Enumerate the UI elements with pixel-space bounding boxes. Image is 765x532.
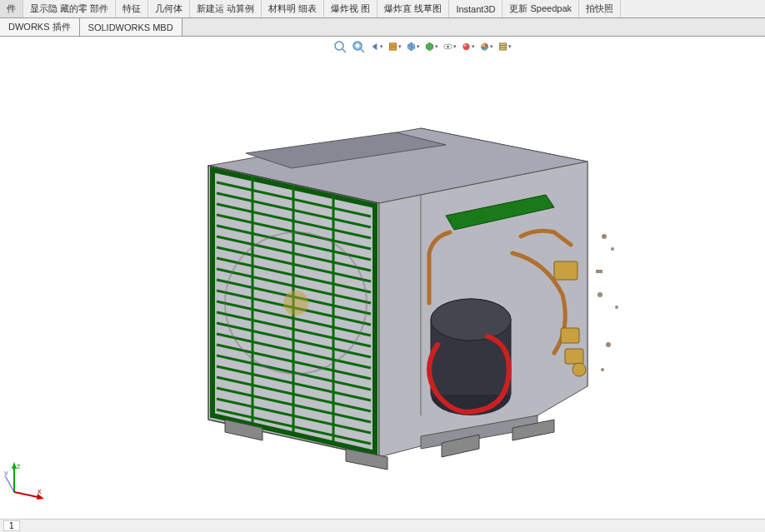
svg-line-4 (361, 49, 364, 52)
svg-line-61 (6, 477, 14, 492)
svg-point-45 (431, 299, 511, 341)
axis-y-label: y (4, 469, 8, 477)
svg-point-0 (335, 42, 343, 50)
zoom-fit-icon[interactable] (333, 40, 347, 53)
ribbon-item-features[interactable]: 特征 (116, 0, 148, 17)
svg-point-55 (601, 368, 604, 371)
svg-rect-46 (561, 328, 579, 343)
previous-view-icon[interactable] (370, 40, 383, 53)
svg-rect-47 (565, 349, 583, 364)
section-view-icon[interactable] (388, 40, 402, 53)
view-settings-icon[interactable] (498, 40, 512, 53)
svg-rect-48 (554, 261, 578, 280)
ribbon-item-geometry[interactable]: 几何体 (148, 0, 190, 17)
ribbon-item-snapshot[interactable]: 拍快照 (579, 0, 621, 17)
svg-rect-3 (355, 43, 360, 48)
svg-point-10 (447, 46, 449, 48)
ribbon-item-bom[interactable]: 材料明 细表 (262, 0, 324, 17)
ribbon-item-part[interactable]: 件 (0, 0, 23, 17)
ribbon-toolbar: 件 显示隐 藏的零 部件 特征 几何体 新建运 动算例 材料明 细表 爆炸视 图… (0, 0, 765, 18)
svg-point-52 (598, 292, 602, 297)
ribbon-item-explode-line-sketch[interactable]: 爆炸直 线草图 (378, 0, 449, 17)
svg-point-51 (611, 247, 614, 251)
svg-point-53 (615, 306, 618, 309)
svg-point-50 (602, 234, 607, 239)
heads-up-view-toolbar (333, 40, 512, 53)
axis-z-label: z (17, 462, 21, 470)
command-tabs: DWORKS 插件 SOLIDWORKS MBD (0, 18, 765, 37)
svg-rect-14 (499, 43, 506, 50)
ribbon-item-speedpak[interactable]: 更新 Speedpak (502, 0, 579, 17)
svg-point-54 (606, 342, 611, 347)
status-bar: 1 (0, 519, 765, 532)
status-sheet-tab[interactable]: 1 (3, 520, 20, 531)
tab-solidworks-mbd[interactable]: SOLIDWORKS MBD (80, 18, 182, 36)
display-style-icon[interactable] (425, 40, 438, 53)
ribbon-item-instant3d[interactable]: Instant3D (449, 0, 502, 17)
axis-x-label: x (38, 487, 42, 495)
svg-rect-56 (596, 270, 602, 273)
edit-appearance-icon[interactable] (462, 40, 475, 53)
view-orientation-icon[interactable] (407, 40, 420, 53)
svg-point-49 (572, 363, 586, 376)
model-3d-assembly (146, 87, 662, 503)
svg-point-43 (283, 291, 308, 316)
svg-point-11 (462, 43, 469, 50)
graphics-viewport[interactable]: z x y (0, 37, 765, 519)
hide-show-icon[interactable] (443, 40, 457, 53)
zoom-area-icon[interactable] (352, 40, 365, 53)
ribbon-item-motion-study[interactable]: 新建运 动算例 (190, 0, 262, 17)
coordinate-triad[interactable]: z x y (4, 460, 46, 502)
ribbon-item-show-hide[interactable]: 显示隐 藏的零 部件 (23, 0, 116, 17)
tab-solidworks-addins[interactable]: DWORKS 插件 (0, 18, 80, 36)
apply-scene-icon[interactable] (480, 40, 493, 53)
svg-point-12 (464, 44, 467, 47)
ribbon-item-exploded-view[interactable]: 爆炸视 图 (324, 0, 378, 17)
svg-line-1 (342, 49, 346, 52)
